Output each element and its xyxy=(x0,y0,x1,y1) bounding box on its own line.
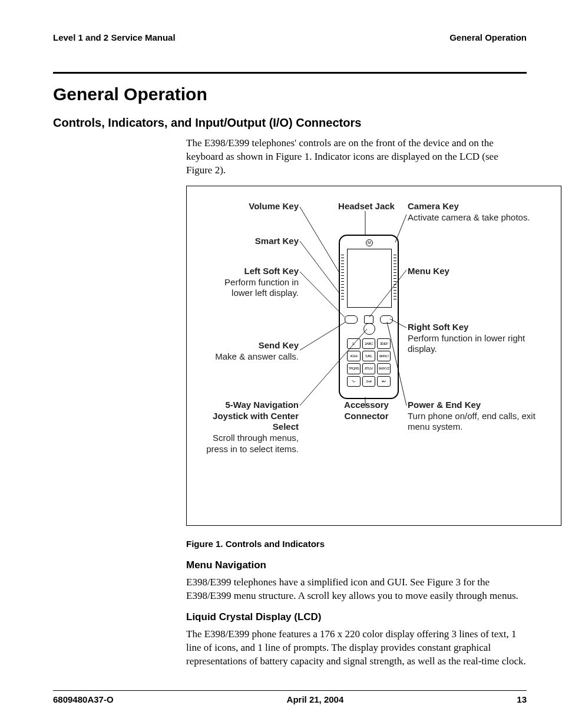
section-heading: Controls, Indicators, and Input/Output (… xyxy=(53,116,527,130)
label-volume-key: Volume Key xyxy=(204,201,299,212)
label-send-key: Send Key xyxy=(204,340,299,351)
svg-line-4 xyxy=(300,272,345,317)
label-send-key-desc: Make & answer calls. xyxy=(215,351,299,361)
label-camera-key-desc: Activate camera & take photos. xyxy=(408,212,530,222)
label-nav: 5-Way Navigation Joystick with Center Se… xyxy=(213,400,299,432)
label-nav-desc: Scroll through menus, press in to select… xyxy=(206,433,299,454)
label-right-soft-desc: Perform function in lower right display. xyxy=(408,333,525,354)
label-smart-key: Smart Key xyxy=(204,236,299,247)
label-power-end: Power & End Key xyxy=(408,400,537,411)
top-rule xyxy=(53,72,527,74)
footer-page: 13 xyxy=(517,694,527,704)
figure-caption: Figure 1. Controls and Indicators xyxy=(186,539,527,549)
label-camera-key: Camera Key xyxy=(408,201,531,212)
label-accessory: Accessory Connector xyxy=(344,400,389,421)
footer-doc-id: 6809480A37-O xyxy=(53,694,114,704)
para-menu-nav: E398/E399 telephones have a simplified i… xyxy=(186,576,527,603)
para-lcd: The E398/E399 phone features a 176 x 220… xyxy=(186,628,527,668)
label-power-end-desc: Turn phone on/off, end calls, exit menu … xyxy=(408,411,535,432)
phone-illustration: M 1..2ABC3DEF 4GHI5JKL6MNO 7PQRS8TUV9WXY… xyxy=(339,235,399,399)
svg-line-0 xyxy=(300,207,339,272)
svg-line-3 xyxy=(300,241,339,292)
keypad: 1..2ABC3DEF 4GHI5JKL6MNO 7PQRS8TUV9WXYZ … xyxy=(347,338,391,387)
label-menu-key: Menu Key xyxy=(408,266,531,277)
label-headset-jack: Headset Jack xyxy=(331,201,402,212)
label-left-soft-desc: Perform function in lower left display. xyxy=(224,277,299,298)
heading-menu-nav: Menu Navigation xyxy=(186,559,527,571)
label-right-soft: Right Soft Key xyxy=(408,322,537,333)
intro-paragraph: The E398/E399 telephones' controls are o… xyxy=(186,137,527,177)
label-left-soft: Left Soft Key xyxy=(204,266,299,277)
figure-1: Volume Key Smart Key Left Soft Key Perfo… xyxy=(186,186,561,526)
page-title: General Operation xyxy=(53,84,527,104)
bottom-rule xyxy=(53,690,527,691)
heading-lcd: Liquid Crystal Display (LCD) xyxy=(186,611,527,623)
header-left: Level 1 and 2 Service Manual xyxy=(53,32,176,42)
footer-date: April 21, 2004 xyxy=(287,694,344,704)
header-right: General Operation xyxy=(449,32,527,42)
